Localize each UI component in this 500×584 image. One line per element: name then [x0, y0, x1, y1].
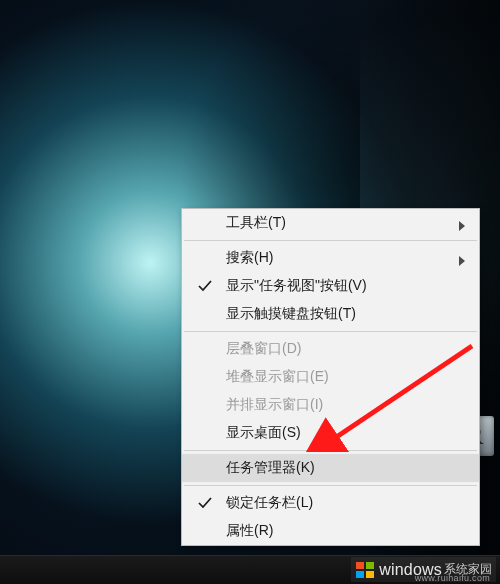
- menu-item-show-desktop[interactable]: 显示桌面(S): [182, 419, 479, 447]
- menu-label: 搜索(H): [226, 249, 273, 267]
- menu-separator: [184, 450, 477, 451]
- svg-rect-1: [366, 562, 374, 569]
- menu-label: 锁定任务栏(L): [226, 494, 313, 512]
- menu-label: 层叠窗口(D): [226, 340, 301, 358]
- menu-label: 堆叠显示窗口(E): [226, 368, 329, 386]
- menu-item-toolbars[interactable]: 工具栏(T): [182, 209, 479, 237]
- watermark-url: www.ruihaifu.com: [415, 573, 490, 583]
- svg-rect-3: [366, 571, 374, 578]
- menu-separator: [184, 331, 477, 332]
- check-icon: [198, 279, 212, 293]
- menu-item-show-taskview[interactable]: 显示"任务视图"按钮(V): [182, 272, 479, 300]
- menu-item-cascade-windows[interactable]: 层叠窗口(D): [182, 335, 479, 363]
- menu-label: 显示"任务视图"按钮(V): [226, 277, 367, 295]
- svg-rect-2: [356, 571, 364, 578]
- menu-label: 属性(R): [226, 522, 273, 540]
- menu-item-lock-taskbar[interactable]: 锁定任务栏(L): [182, 489, 479, 517]
- menu-item-show-touch-keyboard[interactable]: 显示触摸键盘按钮(T): [182, 300, 479, 328]
- chevron-right-icon: [459, 253, 465, 263]
- menu-item-stacked-windows[interactable]: 堆叠显示窗口(E): [182, 363, 479, 391]
- menu-item-properties[interactable]: 属性(R): [182, 517, 479, 545]
- menu-item-task-manager[interactable]: 任务管理器(K): [182, 454, 479, 482]
- menu-label: 显示桌面(S): [226, 424, 301, 442]
- windows-logo-icon: [355, 560, 375, 580]
- watermark: windows 系统家园 www.ruihaifu.com: [351, 557, 496, 582]
- menu-label: 工具栏(T): [226, 214, 286, 232]
- screenshot-root: R 工具栏(T) 搜索(H) 显示"任务视图"按钮(V) 显示触摸键盘按钮(T): [0, 0, 500, 584]
- chevron-right-icon: [459, 218, 465, 228]
- menu-separator: [184, 485, 477, 486]
- menu-label: 显示触摸键盘按钮(T): [226, 305, 356, 323]
- menu-separator: [184, 240, 477, 241]
- svg-rect-0: [356, 562, 364, 569]
- menu-label: 任务管理器(K): [226, 459, 315, 477]
- menu-item-sidebyside-windows[interactable]: 并排显示窗口(I): [182, 391, 479, 419]
- menu-item-search[interactable]: 搜索(H): [182, 244, 479, 272]
- check-icon: [198, 496, 212, 510]
- taskbar-context-menu: 工具栏(T) 搜索(H) 显示"任务视图"按钮(V) 显示触摸键盘按钮(T) 层…: [181, 208, 480, 546]
- menu-label: 并排显示窗口(I): [226, 396, 323, 414]
